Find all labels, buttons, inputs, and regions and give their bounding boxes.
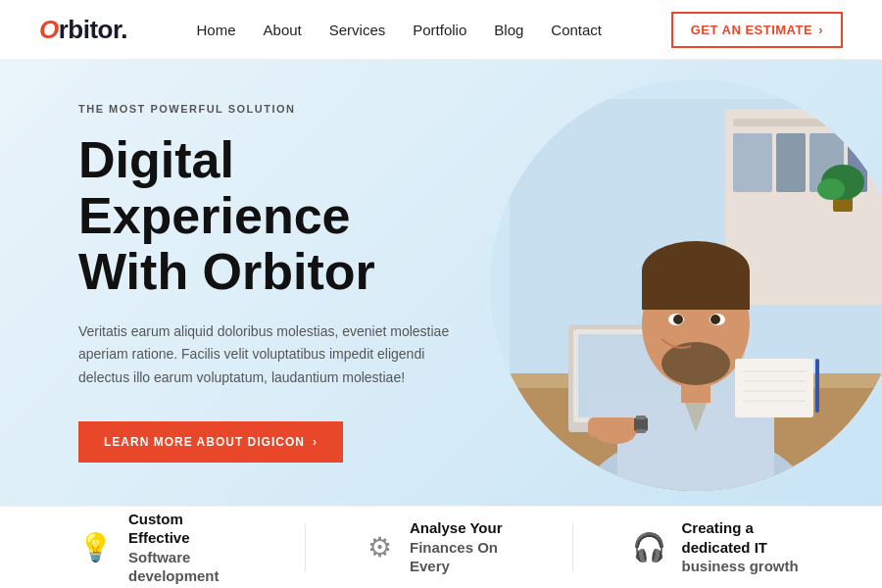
hero-eyebrow: THE MOST POWERFUL SOLUTION xyxy=(78,103,451,115)
nav-item-portfolio[interactable]: Portfolio xyxy=(413,22,466,38)
svg-point-9 xyxy=(817,178,845,200)
hero-content: THE MOST POWERFUL SOLUTION Digital Exper… xyxy=(0,103,529,463)
feature-item-2: 🎧Creating a dedicated ITbusiness growth xyxy=(632,518,804,576)
hero-description: Veritatis earum aliquid doloribus molest… xyxy=(78,320,451,390)
nav-item-home[interactable]: Home xyxy=(197,22,236,38)
svg-rect-2 xyxy=(733,119,874,126)
get-estimate-button[interactable]: GET AN ESTIMATE › xyxy=(671,12,843,48)
features-bar: 💡Custom EffectiveSoftware development⚙An… xyxy=(0,506,882,588)
svg-rect-31 xyxy=(636,429,646,433)
svg-point-24 xyxy=(673,315,683,324)
svg-rect-3 xyxy=(733,133,772,192)
svg-rect-33 xyxy=(735,359,813,417)
svg-point-26 xyxy=(710,315,720,324)
nav-item-services[interactable]: Services xyxy=(329,22,386,38)
hero-section: THE MOST POWERFUL SOLUTION Digital Exper… xyxy=(0,60,882,506)
person-svg xyxy=(510,99,882,491)
svg-rect-30 xyxy=(636,416,646,419)
svg-rect-21 xyxy=(642,270,750,310)
svg-rect-38 xyxy=(815,359,819,413)
feature-icon-0: 💡 xyxy=(78,529,113,566)
logo[interactable]: Orbitor. xyxy=(39,15,127,45)
hero-cta-label: LEARN MORE ABOUT DIGICON xyxy=(104,435,305,449)
site-header: Orbitor. HomeAboutServicesPortfolioBlogC… xyxy=(0,0,882,60)
nav-item-contact[interactable]: Contact xyxy=(551,22,602,38)
hero-cta-button[interactable]: LEARN MORE ABOUT DIGICON › xyxy=(78,421,343,463)
feature-divider-1 xyxy=(305,523,306,572)
hero-image xyxy=(490,79,882,491)
hero-title-line2: With Orbitor xyxy=(78,243,375,300)
logo-text: rbitor. xyxy=(59,15,127,45)
feature-item-1: ⚙Analyse YourFinances On Every xyxy=(365,518,513,576)
feature-text-0: Custom EffectiveSoftware development xyxy=(128,510,246,586)
svg-point-32 xyxy=(596,424,635,444)
nav-item-blog[interactable]: Blog xyxy=(494,22,523,38)
hero-cta-arrow-icon: › xyxy=(313,435,318,449)
feature-icon-2: 🎧 xyxy=(632,529,666,566)
nav-item-about[interactable]: About xyxy=(264,22,302,38)
svg-point-22 xyxy=(662,342,730,385)
feature-icon-1: ⚙ xyxy=(365,529,394,566)
svg-rect-4 xyxy=(776,133,806,192)
estimate-label: GET AN ESTIMATE xyxy=(691,23,813,37)
hero-title-line1: Digital Experience xyxy=(78,131,351,244)
feature-item-0: 💡Custom EffectiveSoftware development xyxy=(78,510,246,586)
feature-text-1: Analyse YourFinances On Every xyxy=(410,518,514,576)
svg-rect-29 xyxy=(634,417,648,431)
logo-accent: O xyxy=(39,15,59,45)
hero-person-illustration xyxy=(490,79,882,491)
main-nav: HomeAboutServicesPortfolioBlogContact xyxy=(197,22,603,38)
feature-text-2: Creating a dedicated ITbusiness growth xyxy=(682,518,804,576)
estimate-arrow-icon: › xyxy=(818,23,823,37)
hero-title: Digital Experience With Orbitor xyxy=(78,132,451,301)
feature-divider-2 xyxy=(572,523,573,572)
